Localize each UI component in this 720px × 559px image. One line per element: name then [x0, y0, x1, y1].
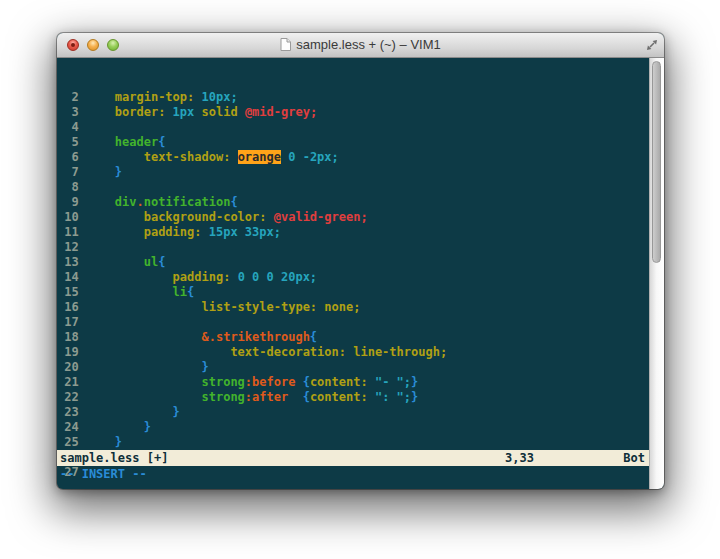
minimize-button[interactable] — [87, 39, 99, 51]
code-line[interactable]: 21 strong:before {content: "- ";} — [57, 375, 649, 390]
code-text: margin-top: 10px; — [86, 90, 238, 105]
code-line[interactable]: 25 } — [57, 435, 649, 450]
scrollbar-thumb[interactable] — [652, 61, 661, 263]
code-text: border: 1px solid @mid-grey; — [86, 105, 317, 120]
line-number: 25 — [57, 435, 79, 450]
line-number: 10 — [57, 210, 79, 225]
code-text: padding: 15px 33px; — [86, 225, 281, 240]
fullscreen-expand-icon — [645, 38, 659, 52]
line-number: 21 — [57, 375, 79, 390]
zoom-button[interactable] — [107, 39, 119, 51]
line-number: 18 — [57, 330, 79, 345]
code-line[interactable]: 22 strong:after {content: ": ";} — [57, 390, 649, 405]
code-text: div.notification{ — [86, 195, 238, 210]
editor-area[interactable]: 2 margin-top: 10px;3 border: 1px solid @… — [57, 58, 649, 489]
line-number: 16 — [57, 300, 79, 315]
line-number: 11 — [57, 225, 79, 240]
line-number: 3 — [57, 105, 79, 120]
line-number: 8 — [57, 180, 79, 195]
code-text: } — [86, 360, 209, 375]
code-line[interactable]: 24 } — [57, 420, 649, 435]
line-number: 20 — [57, 360, 79, 375]
traffic-lights — [67, 33, 119, 57]
code-line[interactable]: 23 } — [57, 405, 649, 420]
line-number: 9 — [57, 195, 79, 210]
code-line[interactable]: 8 — [57, 180, 649, 195]
line-number: 12 — [57, 240, 79, 255]
scrollbar[interactable] — [649, 58, 664, 489]
code-line[interactable]: 10 background-color: @valid-green; — [57, 210, 649, 225]
code-line[interactable]: 13 ul{ — [57, 255, 649, 270]
code-line[interactable]: 6 text-shadow: orange 0 -2px; — [57, 150, 649, 165]
code-text: li{ — [86, 285, 194, 300]
line-number: 24 — [57, 420, 79, 435]
code-line[interactable]: 14 padding: 0 0 0 20px; — [57, 270, 649, 285]
statusline-filename: sample.less [+] — [60, 450, 168, 466]
line-number: 17 — [57, 315, 79, 330]
code-line[interactable]: 18 &.strikethrough{ — [57, 330, 649, 345]
line-number: 19 — [57, 345, 79, 360]
code-line[interactable]: 3 border: 1px solid @mid-grey; — [57, 105, 649, 120]
code-text: text-decoration: line-through; — [86, 345, 447, 360]
code-text: strong:after {content: ": ";} — [86, 390, 418, 405]
statusline-ruler: 3,33 — [505, 450, 534, 466]
line-number: 4 — [57, 120, 79, 135]
code-text: ul{ — [86, 255, 165, 270]
title-area: sample.less + (~) – VIM1 — [280, 37, 441, 53]
code-text: } — [86, 435, 122, 450]
line-number: 13 — [57, 255, 79, 270]
statusline-position: Bot — [623, 450, 645, 466]
code-text: } — [86, 165, 122, 180]
code-line[interactable]: 5 header{ — [57, 135, 649, 150]
code-text: strong:before {content: "- ";} — [86, 375, 418, 390]
line-number: 23 — [57, 405, 79, 420]
line-number: 7 — [57, 165, 79, 180]
code-line[interactable]: 7 } — [57, 165, 649, 180]
line-number: 22 — [57, 390, 79, 405]
close-button[interactable] — [67, 39, 79, 51]
line-number: 15 — [57, 285, 79, 300]
code-line[interactable]: 17 — [57, 315, 649, 330]
code-text: &.strikethrough{ — [86, 330, 317, 345]
code-text: padding: 0 0 0 20px; — [86, 270, 317, 285]
line-number: 14 — [57, 270, 79, 285]
code-text: text-shadow: orange 0 -2px; — [86, 150, 339, 165]
code-line[interactable]: 2 margin-top: 10px; — [57, 90, 649, 105]
line-number: 2 — [57, 90, 79, 105]
code-line[interactable]: 12 — [57, 240, 649, 255]
editor-lines: 2 margin-top: 10px;3 border: 1px solid @… — [57, 88, 649, 480]
code-line[interactable]: 20 } — [57, 360, 649, 375]
line-number: 6 — [57, 150, 79, 165]
code-text: } — [86, 405, 180, 420]
vim-commandline: -- INSERT -- — [60, 466, 649, 482]
editor-content: 2 margin-top: 10px;3 border: 1px solid @… — [57, 58, 664, 489]
code-line[interactable]: 19 text-decoration: line-through; — [57, 345, 649, 360]
code-line[interactable]: 9 div.notification{ — [57, 195, 649, 210]
code-text: header{ — [86, 135, 166, 150]
window-title: sample.less + (~) – VIM1 — [296, 37, 441, 52]
window-titlebar[interactable]: sample.less + (~) – VIM1 — [57, 33, 664, 58]
code-text: list-style-type: none; — [86, 300, 361, 315]
code-line[interactable]: 11 padding: 15px 33px; — [57, 225, 649, 240]
line-number: 5 — [57, 135, 79, 150]
code-line[interactable]: 16 list-style-type: none; — [57, 300, 649, 315]
fullscreen-button[interactable] — [645, 38, 659, 52]
insert-mode-indicator: -- INSERT -- — [60, 467, 147, 481]
vim-statusline[interactable]: sample.less [+] 3,33 Bot — [57, 450, 649, 466]
code-line[interactable]: 4 — [57, 120, 649, 135]
code-text: background-color: @valid-green; — [86, 210, 368, 225]
code-text: } — [86, 420, 151, 435]
document-icon — [280, 38, 291, 51]
code-line[interactable]: 15 li{ — [57, 285, 649, 300]
vim-window: sample.less + (~) – VIM1 2 margin-top: 1… — [57, 33, 664, 489]
